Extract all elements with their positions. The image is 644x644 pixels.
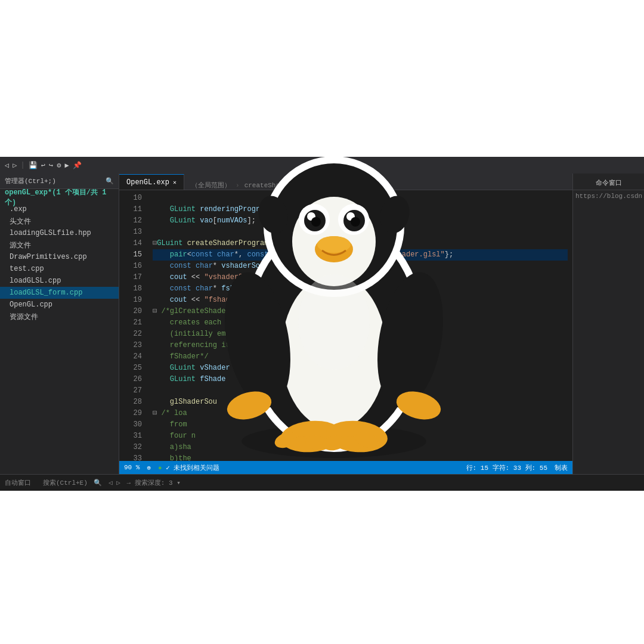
auto-window-label: 自动窗口 [5, 479, 31, 487]
editor-tabs: OpenGL.exp ✕ （全局范围） › createShaderProgra… [119, 174, 572, 190]
code-line-26: GLuint fShade [153, 374, 568, 385]
file-label: loadGLSL_form.cpp [10, 289, 82, 297]
sidebar-item-opengl[interactable]: OpenGL.cpp [0, 299, 119, 311]
code-editor[interactable]: 10 11 12 13 14 15 16 17 18 19 20 21 22 2… [119, 190, 572, 461]
tab-label: OpenGL.exp [126, 178, 169, 187]
line-num-32: 32 [119, 442, 148, 453]
line-num-27: 27 [119, 385, 148, 397]
toolbar-options-icon[interactable]: ⚙ [57, 161, 61, 170]
file-label: 源文件 [10, 240, 31, 250]
line-num-26: 26 [119, 374, 148, 385]
zoom-level: 90 % [124, 464, 140, 471]
code-line-12: GLuint vao[numVAOs]; [153, 215, 568, 227]
arrow-right-icon[interactable]: ▷ [116, 479, 120, 487]
code-line-15: pair<const char*, const char*> {"vshader… [153, 249, 568, 261]
code-line-22: (initially empty), and r for [153, 329, 568, 340]
sidebar-item-loadglsl-form[interactable]: loadGLSL_form.cpp [0, 287, 119, 299]
search-icon-bottom[interactable]: 🔍 [94, 479, 102, 487]
search-depth-label: → [127, 479, 135, 487]
sidebar-item-drawprim[interactable]: DrawPrimitives.cpp [0, 251, 119, 263]
code-line-14: ⊟GLuint createShaderProgram( [153, 238, 568, 249]
line-num-19: 19 [119, 295, 148, 306]
statusbar: 90 % ⊕ ● ✓ 未找到相关问题 行: 15 字符: 33 列: 55 制表 [119, 461, 572, 474]
line-num-16: 16 [119, 261, 148, 272]
toolbar-debug-icon[interactable]: ▶ [64, 161, 69, 170]
code-line-25: GLuint vShader [153, 363, 568, 374]
code-line-17: cout << "vshaderSource:\n" [153, 272, 568, 283]
cursor-position: 行: 15 字符: 33 列: 55 [466, 463, 547, 472]
code-line-10 [153, 193, 568, 204]
line-num-17: 17 [119, 272, 148, 283]
sidebar-search-icon[interactable]: 🔍 [106, 177, 114, 185]
code-line-23: referencing it later— d [153, 340, 568, 351]
sidebar-item-headers[interactable]: 头文件 [0, 215, 119, 227]
auto-window-section: 自动窗口 [5, 478, 31, 487]
toolbar-back-icon[interactable]: ◁ [5, 161, 9, 170]
code-content[interactable]: GLuint renderingProgram;//GLuint = "unsi… [148, 190, 572, 461]
search-depth-value: 搜索深度: 3 [135, 479, 173, 487]
code-line-24: fShader*/ [153, 351, 568, 363]
code-line-16: const char* vshaderSource = [153, 261, 568, 272]
line-num-21: 21 [119, 317, 148, 329]
scope-arrow: › [236, 182, 240, 189]
line-num-11: 11 [119, 204, 148, 215]
toolbar-pin-icon[interactable]: 📌 [73, 161, 82, 170]
toolbar-save-icon[interactable]: 💾 [29, 161, 38, 170]
file-label: .exp [10, 205, 27, 213]
code-line-29: ⊟ /* loa [153, 408, 568, 419]
line-num-31: 31 [119, 431, 148, 442]
line-num-29: 29 [119, 408, 148, 419]
zoom-icon[interactable]: ⊕ [147, 464, 151, 472]
line-num-30: 30 [119, 419, 148, 431]
depth-dropdown-icon[interactable]: ▾ [177, 479, 181, 487]
command-window-label: 命令窗口 [573, 176, 644, 190]
sidebar-item-test[interactable]: test.cpp [0, 263, 119, 275]
code-line-31: four n [153, 431, 568, 442]
search-label: 搜索(Ctrl+E) [43, 479, 88, 487]
file-label: loadingGLSLfile.hpp [10, 229, 91, 237]
line-num-33: 33 [119, 453, 148, 461]
function-label: createShaderProgram() [244, 182, 327, 189]
code-line-21: creates each shader object [153, 317, 568, 329]
search-section: 搜索(Ctrl+E) 🔍 ◁ ▷ → 搜索深度: 3 ▾ [43, 478, 181, 487]
toolbar-undo-icon[interactable]: ↩ [41, 161, 45, 170]
tab-close-icon[interactable]: ✕ [173, 179, 177, 186]
toolbar-separator: | [20, 161, 24, 169]
arrow-left-icon[interactable]: ◁ [109, 479, 113, 487]
sidebar-item-resources[interactable]: 资源文件 [0, 311, 119, 323]
line-num-20: 20 [119, 306, 148, 317]
code-line-19: cout << "fshaderSource:\n" [153, 295, 568, 306]
sidebar-item-loadingglsl[interactable]: loadingGLSLfile.hpp [0, 227, 119, 239]
line-num-12: 12 [119, 215, 148, 227]
code-line-20: ⊟ /*glCreateShader [153, 306, 568, 317]
line-num-13: 13 [119, 227, 148, 238]
code-line-18: const char* fshaderSource = [153, 283, 568, 295]
line-num-22: 22 [119, 329, 148, 340]
line-num-14: 14 [119, 238, 148, 249]
status-indicator: ● ✓ 未找到相关问题 [158, 463, 219, 472]
url-label: https://blog.csdn.net/qt_... [573, 190, 644, 202]
line-num-15: 15 [119, 249, 148, 261]
code-line-30: from [153, 419, 568, 431]
file-label: DrawPrimitives.cpp [10, 253, 87, 261]
project-root[interactable]: openGL_exp*(1 个项目/共 1 个) [0, 191, 119, 203]
editor-tab-opengl[interactable]: OpenGL.exp ✕ [119, 174, 184, 190]
ide-window: ◁ ▷ | 💾 ↩ ↪ ⚙ ▶ 📌 管理器(Ctrl+;) 🔍 openGL_e… [0, 157, 644, 491]
line-num-25: 25 [119, 363, 148, 374]
editor-area: OpenGL.exp ✕ （全局范围） › createShaderProgra… [119, 174, 572, 474]
code-line-13 [153, 227, 568, 238]
bottom-panel: 自动窗口 搜索(Ctrl+E) 🔍 ◁ ▷ → 搜索深度: 3 ▾ [0, 474, 644, 491]
line-num-28: 28 [119, 397, 148, 408]
sidebar-item-sources[interactable]: 源文件 [0, 239, 119, 251]
status-check-icon: ● [158, 465, 162, 472]
right-panel: 命令窗口 https://blog.csdn.net/qt_... [572, 174, 644, 474]
toolbar-forward-icon[interactable]: ▷ [13, 161, 17, 170]
statusbar-right: 行: 15 字符: 33 列: 55 制表 [466, 463, 568, 472]
line-num-24: 24 [119, 351, 148, 363]
file-label: loadGLSL.cpp [10, 277, 61, 285]
sidebar-item-loadglsl[interactable]: loadGLSL.cpp [0, 275, 119, 287]
sidebar-header: 管理器(Ctrl+;) 🔍 [0, 174, 119, 189]
file-label: 资源文件 [10, 312, 38, 322]
ide-titlebar: ◁ ▷ | 💾 ↩ ↪ ⚙ ▶ 📌 [0, 157, 644, 174]
toolbar-redo-icon[interactable]: ↪ [49, 161, 53, 170]
